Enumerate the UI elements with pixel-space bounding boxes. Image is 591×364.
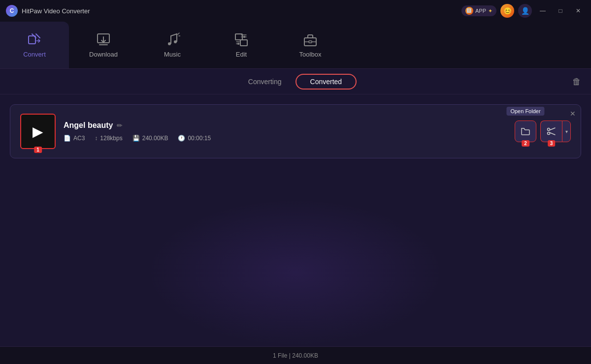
nav-label-edit: Edit <box>236 51 247 58</box>
minimize-button[interactable]: — <box>536 4 550 18</box>
card-actions: Open Folder 2 3 <box>515 121 571 142</box>
tab-converting[interactable]: Converting <box>234 75 296 89</box>
clip-button-group: 3 ▾ <box>540 121 571 142</box>
file-meta: 📄 AC3 ↕ 128kbps 💾 240.00KB 🕐 00:00:15 <box>64 135 507 142</box>
statusbar: 1 File | 240.00KB <box>0 346 591 364</box>
bitrate-icon: ↕ <box>95 135 98 142</box>
svg-point-8 <box>237 43 239 45</box>
nav-label-download: Download <box>89 51 118 58</box>
maximize-button[interactable]: □ <box>554 4 567 18</box>
close-card-button[interactable]: ✕ <box>570 110 576 118</box>
svg-point-7 <box>243 36 245 38</box>
format-icon: 📄 <box>64 135 71 142</box>
badge-2: 2 <box>522 140 529 147</box>
svg-rect-10 <box>309 41 312 43</box>
account-button[interactable]: 👤 <box>518 4 532 18</box>
badge-1: 1 <box>34 147 42 153</box>
nav-item-edit[interactable]: Edit <box>207 22 276 68</box>
nav-item-toolbox[interactable]: Toolbox <box>276 22 345 68</box>
svg-rect-0 <box>29 36 35 44</box>
svg-line-15 <box>550 128 555 130</box>
file-name-row: Angel beauty ✏ <box>64 121 507 130</box>
duration-icon: 🕐 <box>178 135 185 142</box>
file-card: ▶ 1 Angel beauty ✏ 📄 AC3 ↕ 128kbps 💾 <box>10 104 581 158</box>
open-folder-wrapper: Open Folder 2 <box>515 121 536 142</box>
scissors-icon <box>546 126 557 137</box>
open-folder-button[interactable]: 2 <box>515 121 536 142</box>
clip-button[interactable]: 3 <box>540 121 562 142</box>
filesize-value: 240.00KB <box>142 135 168 142</box>
nav-label-convert: Convert <box>23 51 46 58</box>
user-avatar[interactable]: 😊 <box>500 4 514 18</box>
titlebar-left: C HitPaw Video Converter <box>6 5 90 17</box>
svg-rect-6 <box>240 40 247 46</box>
nav-item-convert[interactable]: Convert <box>0 22 69 68</box>
file-name: Angel beauty <box>64 121 113 130</box>
app-badge-icon: 🅰 <box>465 7 473 15</box>
subtab-bar: Converting Converted 🗑 <box>0 69 591 94</box>
badge-3: 3 <box>548 140 556 147</box>
app-title-text: HitPaw Video Converter <box>22 7 90 15</box>
clear-all-button[interactable]: 🗑 <box>572 76 581 87</box>
download-icon <box>96 32 111 48</box>
app-badge[interactable]: 🅰 APP ✦ <box>461 5 496 16</box>
bitrate-value: 128kbps <box>100 135 122 142</box>
nav-item-music[interactable]: Music <box>138 22 207 68</box>
duration-value: 00:00:15 <box>188 135 211 142</box>
folder-open-icon <box>520 126 531 137</box>
nav-label-music: Music <box>164 51 181 58</box>
status-text: 1 File | 240.00KB <box>273 352 318 359</box>
clip-dropdown-button[interactable]: ▾ <box>562 121 571 142</box>
file-info: Angel beauty ✏ 📄 AC3 ↕ 128kbps 💾 240.00K… <box>64 121 507 142</box>
app-logo: C <box>6 5 18 17</box>
svg-line-16 <box>550 133 555 135</box>
nav-label-toolbox: Toolbox <box>299 51 322 58</box>
main-content: ▶ 1 Angel beauty ✏ 📄 AC3 ↕ 128kbps 💾 <box>0 94 591 346</box>
titlebar: C HitPaw Video Converter 🅰 APP ✦ 😊 👤 — □… <box>0 0 591 22</box>
dropdown-chevron-icon: ▾ <box>565 129 568 134</box>
file-thumbnail[interactable]: ▶ 1 <box>20 114 56 149</box>
convert-icon <box>27 32 42 48</box>
app-badge-label: APP <box>475 8 486 14</box>
bg-glow <box>148 199 443 346</box>
spark-icon: ✦ <box>488 8 492 14</box>
meta-duration: 🕐 00:00:15 <box>178 135 211 142</box>
filesize-icon: 💾 <box>132 135 140 142</box>
tab-converted[interactable]: Converted <box>296 74 357 90</box>
navbar: Convert Download Music Edit <box>0 22 591 69</box>
play-icon: ▶ <box>33 123 43 140</box>
edit-name-icon[interactable]: ✏ <box>117 121 123 129</box>
nav-item-download[interactable]: Download <box>69 22 138 68</box>
meta-format: 📄 AC3 <box>64 135 85 142</box>
toolbox-icon <box>302 32 318 48</box>
meta-bitrate: ↕ 128kbps <box>95 135 122 142</box>
open-folder-tooltip: Open Folder <box>506 107 544 116</box>
meta-filesize: 💾 240.00KB <box>132 135 168 142</box>
close-button[interactable]: ✕ <box>571 4 585 18</box>
titlebar-right: 🅰 APP ✦ 😊 👤 — □ ✕ <box>461 4 585 18</box>
music-icon <box>164 32 180 48</box>
edit-icon <box>233 32 249 48</box>
format-value: AC3 <box>73 135 85 142</box>
